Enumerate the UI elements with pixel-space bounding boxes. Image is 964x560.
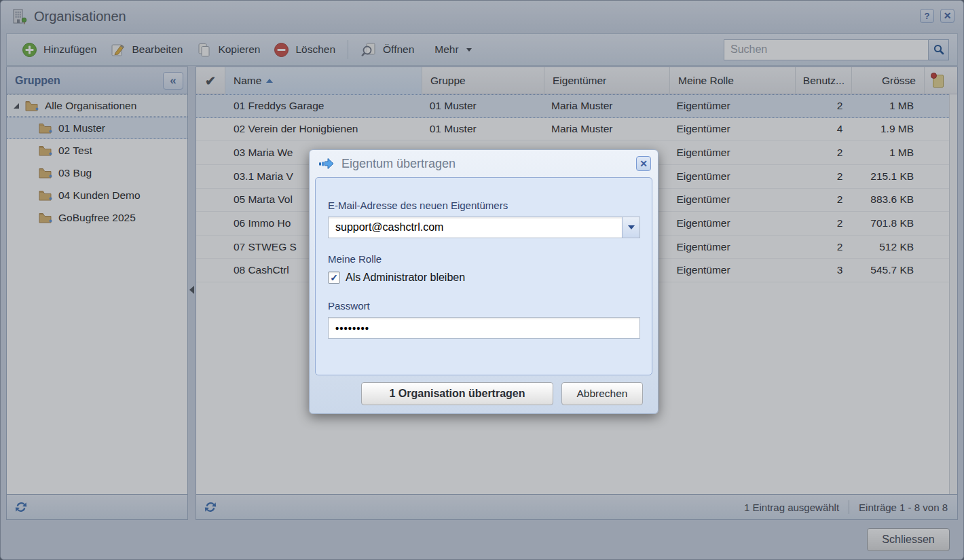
password-field-label: Passwort bbox=[328, 300, 637, 312]
combo-trigger-button[interactable] bbox=[622, 217, 639, 238]
dialog-title: Eigentum übertragen bbox=[341, 157, 456, 171]
dialog-footer: 1 Organisation übertragen Abbrechen bbox=[310, 382, 658, 405]
transfer-arrow-icon bbox=[318, 155, 335, 172]
admin-checkbox-row: ✓ Als Administrator bleiben bbox=[328, 272, 637, 284]
chevron-down-icon bbox=[628, 225, 635, 229]
admin-checkbox-label: Als Administrator bleiben bbox=[346, 272, 465, 284]
email-field[interactable] bbox=[329, 217, 622, 238]
admin-checkbox[interactable]: ✓ bbox=[328, 272, 340, 284]
dialog-form-panel: E-Mail-Adresse des neuen Eigentümers Mei… bbox=[315, 177, 652, 375]
email-combobox bbox=[328, 217, 640, 238]
role-section-label: Meine Rolle bbox=[328, 253, 637, 265]
cancel-button[interactable]: Abbrechen bbox=[561, 382, 643, 405]
email-field-label: E-Mail-Adresse des neuen Eigentümers bbox=[328, 200, 637, 211]
transfer-ownership-dialog: Eigentum übertragen ✕ E-Mail-Adresse des… bbox=[309, 149, 659, 414]
password-field[interactable] bbox=[328, 317, 640, 339]
transfer-submit-button[interactable]: 1 Organisation übertragen bbox=[361, 382, 553, 405]
dialog-close-button[interactable]: ✕ bbox=[636, 156, 651, 171]
dialog-titlebar: Eigentum übertragen ✕ bbox=[310, 150, 658, 177]
